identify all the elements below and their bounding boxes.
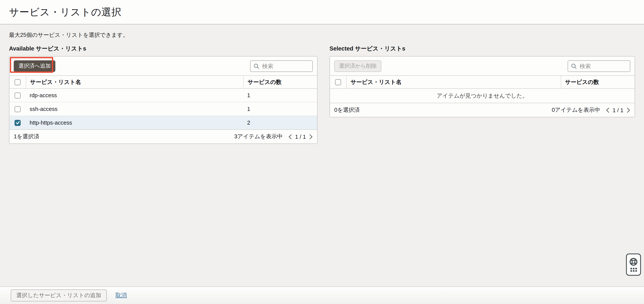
help-widget[interactable] <box>626 254 641 276</box>
service-count: 1 <box>243 92 317 99</box>
service-count: 2 <box>243 120 317 126</box>
table-row[interactable]: ssh-access 1 <box>10 102 317 116</box>
column-header-count: サービスの数 <box>561 76 634 88</box>
content-area: 最大25個のサービス・リストを選択できます。 Available サービス・リス… <box>0 24 644 304</box>
selected-count-text: 0を選択済 <box>334 106 360 114</box>
available-toolbar: 選択済へ追加 <box>10 56 317 76</box>
service-list-name: rdp-access <box>26 92 243 99</box>
available-table-header: サービス・リスト名 サービスの数 <box>10 76 317 89</box>
available-search-input[interactable] <box>250 60 313 72</box>
remove-from-selected-button[interactable]: 選択済から削除 <box>334 60 382 72</box>
column-header-count: サービスの数 <box>243 76 317 88</box>
available-search <box>250 60 313 72</box>
chevron-right-icon[interactable] <box>626 107 630 113</box>
add-selected-service-lists-button[interactable]: 選択したサービス・リストの追加 <box>11 290 107 302</box>
page-indicator: 1 / 1 <box>295 133 306 140</box>
service-list-name: http-https-access <box>26 120 243 126</box>
column-header-name: サービス・リスト名 <box>346 76 561 88</box>
selected-heading: Selected サービス・リストs <box>330 45 635 53</box>
title-bar: サービス・リストの選択 <box>0 0 644 24</box>
showing-items-text: 3アイテムを表示中 <box>234 133 283 141</box>
table-row[interactable]: rdp-access 1 <box>10 89 317 102</box>
available-card: 選択済へ追加 サービス・リスト名 サービスの数 <box>9 56 318 144</box>
selected-search <box>568 60 630 72</box>
chevron-right-icon[interactable] <box>309 134 313 139</box>
table-row[interactable]: http-https-access 2 <box>10 116 317 129</box>
service-list-name: ssh-access <box>26 106 243 112</box>
chevron-left-icon[interactable] <box>606 107 610 113</box>
selected-search-input[interactable] <box>568 60 630 72</box>
select-all-checkbox[interactable] <box>14 79 20 85</box>
lifebuoy-icon <box>629 257 638 266</box>
chevron-left-icon[interactable] <box>288 134 292 139</box>
row-checkbox[interactable] <box>14 120 20 126</box>
selected-toolbar: 選択済から削除 <box>330 56 634 76</box>
action-bar: 選択したサービス・リストの追加 取消 <box>0 287 644 304</box>
selected-table-footer: 0を選択済 0アイテムを表示中 1 / 1 <box>330 103 634 117</box>
showing-items-text: 0アイテムを表示中 <box>552 106 600 114</box>
grid-dots-icon <box>630 268 637 272</box>
page-title: サービス・リストの選択 <box>0 5 122 19</box>
row-checkbox[interactable] <box>14 106 20 112</box>
page-subtitle: 最大25個のサービス・リストを選択できます。 <box>9 31 635 39</box>
selected-table-header: サービス・リスト名 サービスの数 <box>330 76 634 89</box>
add-to-selected-button[interactable]: 選択済へ追加 <box>14 60 56 72</box>
selected-section: Selected サービス・リストs 選択済から削除 <box>330 45 635 117</box>
cancel-link[interactable]: 取消 <box>116 292 127 299</box>
page-indicator: 1 / 1 <box>612 107 624 113</box>
select-all-checkbox[interactable] <box>335 79 341 85</box>
available-pager: 1 / 1 <box>288 133 313 140</box>
available-section: Available サービス・リストs 選択済へ追加 <box>9 45 318 144</box>
column-header-name: サービス・リスト名 <box>26 76 243 88</box>
selected-count-text: 1を選択済 <box>14 133 39 141</box>
available-heading: Available サービス・リストs <box>9 45 318 53</box>
empty-state-message: アイテムが見つかりませんでした。 <box>330 89 634 103</box>
service-count: 1 <box>243 106 317 112</box>
available-table-footer: 1を選択済 3アイテムを表示中 1 / 1 <box>10 129 317 144</box>
available-table-body: rdp-access 1 ssh-access 1 http-https-acc… <box>10 89 317 129</box>
row-checkbox[interactable] <box>14 92 20 98</box>
service-list-selection-page: サービス・リストの選択 最大25個のサービス・リストを選択できます。 Avail… <box>0 0 644 304</box>
selected-pager: 1 / 1 <box>606 107 630 113</box>
selected-card: 選択済から削除 サービス・リスト名 サービスの数 <box>330 56 635 117</box>
